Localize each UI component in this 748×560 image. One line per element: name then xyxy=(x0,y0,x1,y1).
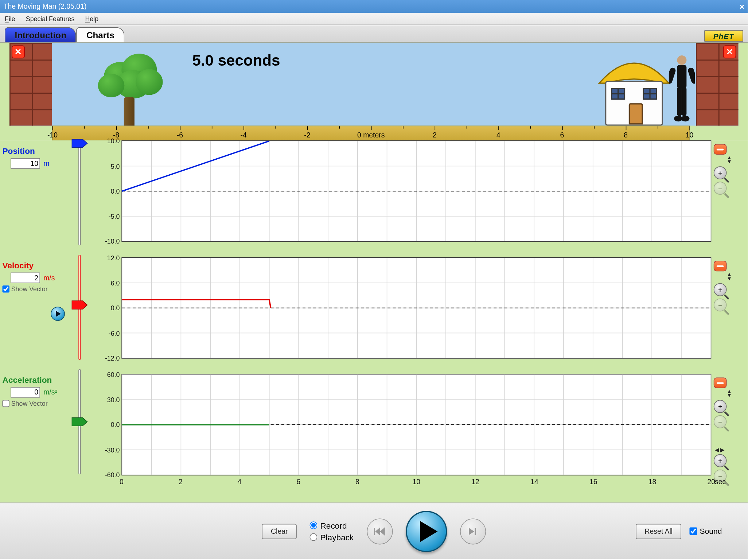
horizontal-arrows-icon: ◀ ▶ xyxy=(715,447,730,453)
time-axis: 02468101214161820sec xyxy=(121,478,711,490)
acceleration-input[interactable] xyxy=(11,387,40,397)
time-axis-zoom-controls: ◀ ▶ + – xyxy=(714,447,730,482)
position-label: Position xyxy=(2,146,73,156)
position-ruler: -10-8-6-4-20 meters246810 xyxy=(52,126,690,141)
clear-button[interactable]: Clear xyxy=(262,524,297,539)
velocity-chart-collapse-button[interactable] xyxy=(714,261,727,271)
phet-logo[interactable]: PhET xyxy=(704,30,743,42)
position-slider-knob[interactable] xyxy=(71,138,89,149)
reset-all-button[interactable]: Reset All xyxy=(636,524,681,539)
svg-rect-2 xyxy=(669,67,677,85)
acceleration-chart-collapse-button[interactable] xyxy=(714,378,727,388)
sound-checkbox[interactable]: Sound xyxy=(690,527,722,536)
acceleration-slider-knob[interactable] xyxy=(71,416,89,427)
velocity-input[interactable] xyxy=(11,273,40,283)
playback-bar: Clear Record Playback Reset All Sound xyxy=(0,503,748,559)
acceleration-panel: Acceleration m/s² Show Vector xyxy=(2,375,73,407)
vertical-arrows-icon: ▲▼ xyxy=(726,389,730,398)
acceleration-show-vector-checkbox[interactable]: Show Vector xyxy=(2,400,73,407)
acceleration-chart-controls: ▲▼ + – xyxy=(714,378,730,428)
velocity-slider-knob[interactable] xyxy=(71,300,89,310)
tab-charts[interactable]: Charts xyxy=(77,27,125,42)
play-icon xyxy=(420,521,438,542)
menu-special-features[interactable]: Special Features xyxy=(23,14,77,23)
position-chart-controls: ▲▼ + – xyxy=(714,144,730,195)
window-close-icon[interactable]: × xyxy=(740,2,744,11)
velocity-play-button[interactable] xyxy=(51,307,65,321)
tab-bar: Introduction Charts PhET xyxy=(0,25,748,43)
svg-rect-5 xyxy=(682,87,686,116)
window-title-bar: The Moving Man (2.05.01) × xyxy=(0,0,748,13)
acceleration-unit-label: m/s² xyxy=(43,388,57,397)
svg-rect-3 xyxy=(687,67,695,85)
window-title: The Moving Man (2.05.01) xyxy=(4,2,87,11)
velocity-label: Velocity xyxy=(2,261,73,270)
velocity-chart-zoom-in-button[interactable]: + xyxy=(714,283,727,296)
vertical-arrows-icon: ▲▼ xyxy=(726,156,730,164)
position-chart: 10.05.00.0-5.0-10.0 xyxy=(121,140,711,242)
velocity-show-vector-checkbox[interactable]: Show Vector xyxy=(2,285,73,292)
mode-radio-group: Record Playback xyxy=(309,521,354,542)
remove-wall-left-button[interactable]: ✕ xyxy=(12,46,25,59)
svg-point-0 xyxy=(677,55,686,65)
acceleration-label: Acceleration xyxy=(2,375,73,385)
playback-radio[interactable]: Playback xyxy=(309,532,354,542)
world-area: ✕ ✕ 5.0 seconds xyxy=(0,42,748,140)
position-slider[interactable] xyxy=(74,140,84,245)
menu-bar: File Special Features Help xyxy=(0,13,748,25)
position-chart-collapse-button[interactable] xyxy=(714,144,727,155)
position-chart-zoom-in-button[interactable]: + xyxy=(714,166,727,179)
velocity-chart: 12.06.00.0-6.0-12.0 xyxy=(121,257,711,358)
velocity-chart-zoom-out-button[interactable]: – xyxy=(714,299,727,312)
menu-file[interactable]: File xyxy=(2,14,17,23)
rewind-button[interactable] xyxy=(367,518,393,544)
charts-area: Position m Velocity m/s Show Vector Acce… xyxy=(0,140,748,502)
position-chart-zoom-out-button[interactable]: – xyxy=(714,182,727,195)
house-roof-icon xyxy=(597,55,671,84)
time-readout: 5.0 seconds xyxy=(192,51,280,70)
velocity-unit-label: m/s xyxy=(43,274,55,282)
acceleration-chart-zoom-in-button[interactable]: + xyxy=(714,400,727,413)
house-icon xyxy=(601,55,666,125)
velocity-panel: Velocity m/s Show Vector xyxy=(2,261,73,292)
svg-rect-1 xyxy=(677,65,686,89)
remove-wall-right-button[interactable]: ✕ xyxy=(723,46,736,59)
tab-introduction[interactable]: Introduction xyxy=(5,27,77,42)
step-forward-button[interactable] xyxy=(460,518,486,544)
record-radio[interactable]: Record xyxy=(309,521,354,530)
play-pause-button[interactable] xyxy=(406,510,447,552)
acceleration-slider[interactable] xyxy=(74,369,84,474)
position-panel: Position m xyxy=(2,146,73,168)
velocity-chart-controls: ▲▼ + – xyxy=(714,261,730,311)
svg-point-6 xyxy=(674,116,682,121)
position-unit-label: m xyxy=(43,159,49,168)
acceleration-chart: 60.030.00.0-30.0-60.0 xyxy=(121,374,711,475)
tree-icon xyxy=(98,50,163,97)
vertical-arrows-icon: ▲▼ xyxy=(726,273,730,281)
time-zoom-in-button[interactable]: + xyxy=(714,454,727,467)
svg-point-7 xyxy=(681,116,690,121)
velocity-slider[interactable] xyxy=(74,255,84,360)
position-input[interactable] xyxy=(11,158,40,169)
svg-rect-4 xyxy=(677,87,682,116)
moving-man-icon[interactable] xyxy=(669,54,695,125)
acceleration-chart-zoom-out-button[interactable]: – xyxy=(714,415,727,428)
menu-help[interactable]: Help xyxy=(83,14,101,23)
